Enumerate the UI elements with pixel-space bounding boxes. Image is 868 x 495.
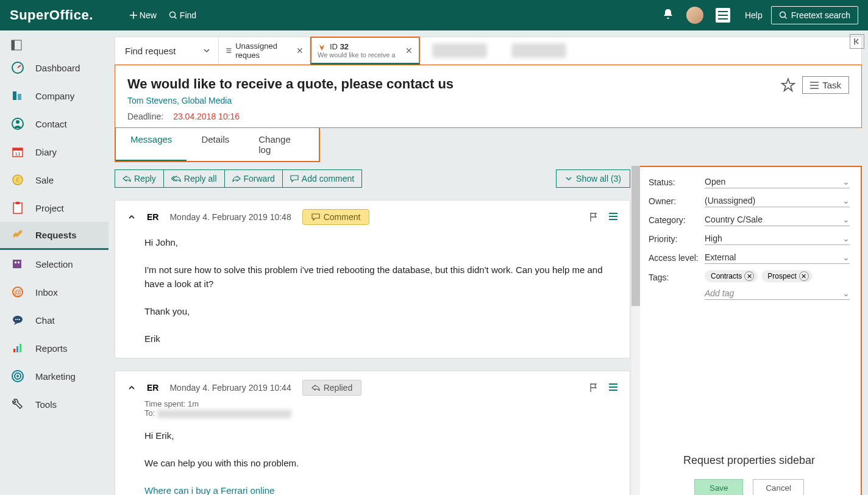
sale-icon: € <box>11 173 24 187</box>
category-select[interactable]: Country C/Sale⌄ <box>705 213 850 226</box>
flag-icon[interactable] <box>589 383 598 393</box>
find-request-dropdown[interactable] <box>194 37 219 64</box>
svg-rect-17 <box>15 262 16 263</box>
save-button[interactable]: Save <box>694 479 743 495</box>
request-company-link[interactable]: Global Media <box>182 96 232 105</box>
search-icon <box>169 11 177 20</box>
pin-icon <box>318 43 326 51</box>
selection-icon <box>11 257 24 271</box>
notifications-icon[interactable] <box>662 8 674 23</box>
new-button[interactable]: New <box>130 10 157 20</box>
panel-collapse-icon[interactable] <box>850 34 864 49</box>
svg-point-0 <box>169 12 175 18</box>
show-all-button[interactable]: Show all (3) <box>556 169 630 188</box>
tags-label: Tags: <box>649 270 705 282</box>
tab-details[interactable]: Details <box>187 128 244 161</box>
blurred-recipient <box>157 410 291 418</box>
menu-icon[interactable] <box>609 212 617 221</box>
navigator-toggle-icon[interactable] <box>0 37 108 54</box>
nav-item-company[interactable]: Company <box>0 82 108 110</box>
list-icon <box>225 46 232 55</box>
tab-changelog[interactable]: Change log <box>244 128 319 161</box>
add-comment-button[interactable]: Add comment <box>283 170 361 187</box>
tag-remove-icon[interactable]: ✕ <box>799 271 809 281</box>
priority-select[interactable]: High⌄ <box>705 232 850 245</box>
svg-text:@: @ <box>14 288 21 297</box>
star-icon[interactable] <box>780 77 796 93</box>
nav-item-diary[interactable]: 11Diary <box>0 138 108 166</box>
svg-rect-26 <box>16 346 18 352</box>
nav-item-selection[interactable]: Selection <box>0 250 108 278</box>
tab-request-32[interactable]: ID 32 We would like to receive a ✕ <box>310 37 420 65</box>
tab-unassigned[interactable]: Unassigned reques ✕ <box>219 37 310 64</box>
nav-item-contact[interactable]: Contact <box>0 110 108 138</box>
chevron-up-icon[interactable] <box>127 213 136 221</box>
tab-messages[interactable]: Messages <box>116 128 187 161</box>
svg-point-8 <box>16 120 20 124</box>
reply-all-button[interactable]: Reply all <box>164 170 225 187</box>
nav-item-project[interactable]: Project <box>0 194 108 222</box>
svg-rect-25 <box>13 349 15 352</box>
dashboard-icon <box>11 61 24 74</box>
request-person-link[interactable]: Tom Stevens <box>127 96 177 105</box>
cancel-button[interactable]: Cancel <box>753 479 804 495</box>
reply-icon <box>311 384 320 391</box>
svg-point-22 <box>15 319 16 320</box>
tab-blurred[interactable] <box>499 37 578 64</box>
tag-remove-icon[interactable]: ✕ <box>744 271 754 281</box>
svg-rect-15 <box>16 202 20 204</box>
freetext-search[interactable]: Freetext search <box>771 6 858 24</box>
close-icon[interactable]: ✕ <box>296 46 304 55</box>
nav-item-requests[interactable]: Requests <box>0 222 108 250</box>
svg-rect-18 <box>18 262 20 263</box>
tag-chip: Contracts ✕ <box>705 270 758 282</box>
chevron-down-icon <box>203 47 210 54</box>
nav-item-chat[interactable]: Chat <box>0 306 108 334</box>
nav-item-marketing[interactable]: Marketing <box>0 362 108 390</box>
add-tag-input[interactable]: Add tag⌄ <box>705 287 850 300</box>
nav-item-dashboard[interactable]: Dashboard <box>0 54 108 82</box>
message-author: ER <box>147 383 158 393</box>
tab-blurred[interactable] <box>420 37 499 64</box>
nav-item-sale[interactable]: €Sale <box>0 166 108 194</box>
help-link[interactable]: Help <box>745 10 763 20</box>
find-button[interactable]: Find <box>169 10 196 20</box>
reply-button[interactable]: Reply <box>115 170 164 187</box>
avatar[interactable] <box>686 7 703 24</box>
search-icon <box>779 11 788 20</box>
svg-rect-3 <box>12 40 15 50</box>
message-author: ER <box>147 212 158 222</box>
deadline-label: Deadline: <box>127 112 163 121</box>
chevron-down-icon <box>565 175 572 182</box>
message-body: Hi Erik, We can help you with this no pr… <box>127 418 617 495</box>
nav-item-reports[interactable]: Reports <box>0 334 108 362</box>
message-link[interactable]: Where can i buy a Ferrari online <box>144 485 274 495</box>
nav-item-inbox[interactable]: @Inbox <box>0 278 108 306</box>
forward-button[interactable]: Forward <box>225 170 283 187</box>
menu-icon[interactable] <box>609 383 617 391</box>
logo: SuperOffice. <box>10 7 93 23</box>
reply-all-icon <box>171 175 181 182</box>
comment-icon <box>290 175 299 182</box>
diary-icon: 11 <box>11 145 24 158</box>
owner-select[interactable]: (Unassigned)⌄ <box>705 194 850 207</box>
status-label: Status: <box>649 177 705 187</box>
scrollbar[interactable] <box>631 166 640 495</box>
action-group: Reply Reply all Forward Add comment <box>115 169 362 188</box>
message-date: Monday 4. February 2019 10:48 <box>169 212 291 222</box>
close-icon[interactable]: ✕ <box>405 46 413 55</box>
plus-icon <box>130 12 137 19</box>
requests-icon <box>11 229 24 242</box>
flag-icon[interactable] <box>589 212 598 222</box>
main-menu-icon[interactable] <box>716 8 730 23</box>
comment-badge: Comment <box>302 209 370 225</box>
access-select[interactable]: External⌄ <box>705 251 850 264</box>
nav-item-tools[interactable]: Tools <box>0 390 108 418</box>
chevron-up-icon[interactable] <box>127 383 136 392</box>
svg-text:11: 11 <box>15 151 21 157</box>
request-header: We would like to receive a quote, please… <box>115 65 862 128</box>
subtabs: Messages Details Change log <box>115 128 320 162</box>
status-select[interactable]: Open⌄ <box>705 176 850 188</box>
find-request[interactable]: Find request <box>115 37 194 64</box>
task-button[interactable]: Task <box>802 76 849 94</box>
